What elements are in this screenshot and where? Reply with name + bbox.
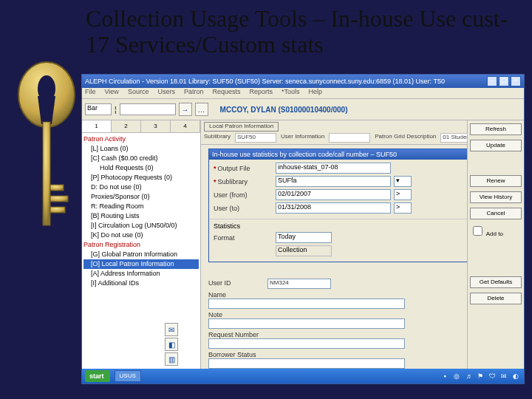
left-panel: 1 2 3 4 Patron Activity[L] Loans (0)[C] … [82, 120, 201, 375]
view-history-button[interactable]: View History [470, 191, 522, 203]
tree-item[interactable]: Hold Requests (0) [83, 163, 199, 173]
tree-item[interactable]: R: Reading Room [83, 202, 199, 211]
left-tab-3[interactable]: 3 [141, 120, 171, 132]
add-to-checkbox[interactable] [473, 226, 482, 236]
collection-option[interactable]: Collection [276, 245, 332, 256]
field-input[interactable]: SUFfa [276, 176, 391, 187]
ellipsis-button[interactable]: … [195, 103, 208, 116]
field-input[interactable]: 01/31/2008 [276, 202, 391, 214]
current-patron: MCCOY, DYLAN (S01000010400/000) [220, 106, 348, 114]
main-panel: Local Patron Information SublibrarySUF50… [201, 120, 467, 375]
menu-users[interactable]: Users [157, 88, 175, 98]
menu-tools[interactable]: *Tools [282, 88, 300, 98]
tree-item: Patron Activity [83, 134, 199, 144]
menu-patron[interactable]: Patron [184, 88, 204, 98]
patron-details: User IDNM324NameNoteRequest NumberBorrow… [204, 276, 464, 375]
tree-item[interactable]: [A] Address Information [83, 269, 199, 279]
nav-tree: Patron Activity[L] Loans (0)[C] Cash ($0… [82, 133, 200, 290]
left-tab-1[interactable]: 1 [82, 120, 112, 132]
window-minimize-button[interactable]: – [487, 76, 497, 86]
tree-item[interactable]: [P] Photocopy Requests (0) [83, 173, 199, 183]
slide-title: Collection Usage Tools – In-house Use cu… [86, 6, 522, 58]
toolbar: Bar ¦ → … MCCOY, DYLAN (S01000010400/000… [82, 99, 524, 120]
tree-item[interactable]: [K] Do not use (0) [83, 231, 199, 240]
mail-icon[interactable]: ✉ [165, 323, 178, 336]
refresh-button[interactable]: Refresh [470, 123, 522, 135]
search-input[interactable] [120, 103, 176, 115]
field-input[interactable]: inhouse-stats_07-08 [276, 163, 391, 174]
info-button[interactable]: Local Patron Information [204, 122, 279, 132]
menu-bar: File View Source Users Patron Requests R… [82, 88, 524, 99]
svg-rect-4 [50, 196, 68, 202]
svg-rect-5 [50, 207, 65, 213]
tree-item[interactable]: [O] Local Patron Information [83, 259, 199, 269]
detail-field[interactable]: NM324 [267, 279, 331, 289]
info-value: 01 Student_Credit [440, 133, 467, 143]
delete-button[interactable]: Delete [470, 293, 522, 304]
svg-point-1 [38, 75, 55, 102]
menu-requests[interactable]: Requests [212, 88, 240, 98]
picker-button[interactable]: > [394, 202, 412, 214]
left-tab-2[interactable]: 2 [112, 120, 141, 132]
format-label: Format [214, 234, 273, 242]
dialog-title: In-house use statistics by collection co… [209, 149, 467, 160]
mode-selector[interactable]: Bar [85, 103, 112, 115]
cancel-button[interactable]: Cancel [470, 208, 522, 219]
stats-subhead: Statistics [214, 222, 467, 230]
tree-item[interactable]: [C] Cash ($0.00 credit) [83, 154, 199, 163]
right-panel: Refresh Update Renew View History Cancel… [467, 120, 524, 375]
tray-icon[interactable]: ◎ [451, 371, 462, 381]
menu-source[interactable]: Source [128, 88, 149, 98]
format-select[interactable]: Today [276, 232, 332, 243]
tray-icon[interactable]: ✉ [499, 371, 509, 381]
panel-icon[interactable]: ◧ [165, 338, 178, 351]
menu-view[interactable]: View [105, 88, 119, 98]
detail-field[interactable] [208, 318, 405, 329]
detail-field[interactable] [208, 358, 405, 369]
field-label: *Output File [214, 165, 273, 172]
start-button[interactable]: start [85, 370, 110, 382]
detail-field[interactable] [208, 299, 405, 309]
picker-button[interactable]: > [394, 189, 412, 200]
stats-dialog: In-house use statistics by collection co… [208, 149, 467, 262]
detail-label: Borrower Status [208, 351, 267, 358]
tray-icon[interactable]: ◐ [511, 371, 521, 381]
tree-item[interactable]: [I] Circulation Log (UN50/0/0) [83, 221, 199, 231]
update-button[interactable]: Update [470, 140, 522, 151]
tray-icon[interactable]: ⚑ [475, 371, 485, 381]
menu-file[interactable]: File [85, 88, 96, 98]
key-decorative [13, 59, 80, 266]
tree-item[interactable]: [L] Loans (0) [83, 144, 199, 154]
detail-field[interactable] [208, 338, 405, 349]
window-close-button[interactable]: × [511, 76, 521, 86]
tray-icon[interactable]: 🛡 [487, 371, 497, 381]
dropdown-icon[interactable]: ▾ [394, 176, 412, 187]
taskbar: start USUS ▪ ◎ ♬ ⚑ 🛡 ✉ ◐ [82, 369, 524, 383]
field-label: *Sublibrary [214, 178, 273, 185]
tree-item: Patron Registration [83, 240, 199, 250]
menu-help[interactable]: Help [309, 88, 323, 98]
get-defaults-button[interactable]: Get Defaults [470, 276, 522, 288]
tray-icon[interactable]: ▪ [440, 371, 450, 381]
field-input[interactable]: 02/01/2007 [276, 189, 391, 200]
menu-reports[interactable]: Reports [249, 88, 273, 98]
field-label: User (to) [214, 205, 273, 212]
system-tray: ▪ ◎ ♬ ⚑ 🛡 ✉ ◐ [440, 371, 521, 381]
svg-rect-2 [43, 122, 50, 225]
tree-item[interactable]: [G] Global Patron Information [83, 250, 199, 259]
grid-icon[interactable]: ▥ [165, 352, 178, 366]
window-titlebar: ALEPH Circulation - Version 18.01 Librar… [82, 75, 524, 88]
field-label: User (from) [214, 191, 273, 199]
toolbar-sep: ¦ [115, 106, 117, 114]
tree-item[interactable]: [B] Routing Lists [83, 211, 199, 221]
left-tab-4[interactable]: 4 [171, 120, 200, 132]
tree-item[interactable]: D: Do not use (0) [83, 183, 199, 192]
svg-point-0 [18, 62, 75, 127]
taskbar-item[interactable]: USUS [115, 370, 141, 382]
tree-item[interactable]: [I] Additional IDs [83, 279, 199, 288]
window-maximize-button[interactable]: ▢ [499, 76, 509, 86]
renew-button[interactable]: Renew [470, 175, 522, 187]
go-button[interactable]: → [179, 103, 192, 116]
tray-icon[interactable]: ♬ [463, 371, 474, 381]
tree-item[interactable]: Proxies/Sponsor (0) [83, 192, 199, 202]
